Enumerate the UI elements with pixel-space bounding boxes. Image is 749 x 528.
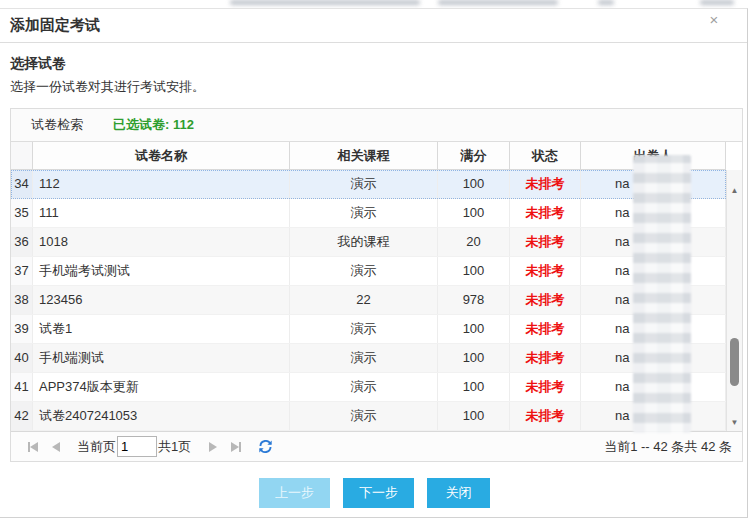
status-cell: 未排考	[510, 199, 581, 227]
background-blur-text	[230, 0, 420, 5]
current-page-label: 当前页	[77, 438, 116, 456]
paper-name-cell: 手机端测试	[33, 344, 290, 372]
refresh-icon[interactable]	[258, 439, 273, 454]
course-cell: 演示	[290, 315, 438, 343]
tab-paper-search[interactable]: 试卷检索	[31, 116, 83, 134]
background-blur-text	[700, 0, 734, 5]
dialog-header: 添加固定考试	[0, 9, 747, 43]
score-cell: 100	[438, 402, 510, 430]
add-fixed-exam-dialog: 添加固定考试 × 选择试卷 选择一份试卷对其进行考试安排。 试卷检索 已选试卷:…	[0, 8, 748, 518]
table-row[interactable]: 34112演示100未排考na	[11, 170, 726, 199]
score-cell: 100	[438, 257, 510, 285]
table-row[interactable]: 39试卷1演示100未排考na	[11, 315, 726, 344]
table-row[interactable]: 40手机端测试演示100未排考na	[11, 344, 726, 373]
total-pages-label: 共1页	[158, 438, 191, 456]
course-cell: 演示	[290, 170, 438, 198]
paper-table: 试卷名称 相关课程 满分 状态 出卷人 34112演示100未排考na35111…	[11, 142, 742, 431]
prev-step-button[interactable]: 上一步	[259, 478, 330, 508]
status-cell: 未排考	[510, 315, 581, 343]
record-range-text: 当前1 -- 42 条共 42 条	[604, 438, 732, 456]
row-number-cell: 35	[11, 199, 33, 227]
scroll-down-icon[interactable]: ▼	[727, 418, 742, 427]
score-cell: 100	[438, 344, 510, 372]
score-cell: 100	[438, 373, 510, 401]
scroll-up-icon[interactable]: ▲	[727, 186, 742, 195]
prev-page-icon[interactable]	[52, 442, 60, 452]
header-paper-name: 试卷名称	[33, 142, 290, 169]
paper-select-panel: 试卷检索 已选试卷: 112 试卷名称 相关课程 满分 状态 出卷人 34112…	[10, 108, 743, 462]
course-cell: 我的课程	[290, 228, 438, 256]
row-number-cell: 42	[11, 402, 33, 430]
table-row[interactable]: 361018我的课程20未排考na	[11, 228, 726, 257]
background-page-remnant	[0, 0, 749, 8]
dialog-body: 选择试卷 选择一份试卷对其进行考试安排。 试卷检索 已选试卷: 112 试卷名称…	[0, 43, 747, 508]
header-row-number	[11, 142, 33, 169]
page-number-input[interactable]	[117, 436, 157, 457]
course-cell: 演示	[290, 344, 438, 372]
score-cell: 978	[438, 286, 510, 314]
score-cell: 20	[438, 228, 510, 256]
background-blur-text	[598, 0, 614, 5]
table-row[interactable]: 37手机端考试测试演示100未排考na	[11, 257, 726, 286]
close-icon[interactable]: ×	[705, 11, 723, 29]
background-blur-text	[438, 0, 558, 5]
dialog-footer: 上一步 下一步 关闭	[10, 478, 739, 508]
last-page-icon[interactable]	[231, 442, 241, 452]
status-cell: 未排考	[510, 373, 581, 401]
paper-name-cell: 手机端考试测试	[33, 257, 290, 285]
step-subtitle: 选择一份试卷对其进行考试安排。	[10, 78, 739, 96]
row-number-cell: 40	[11, 344, 33, 372]
table-row[interactable]: 42试卷2407241053演示100未排考na	[11, 402, 726, 431]
paper-name-cell: 111	[33, 199, 290, 227]
paper-name-cell: APP374版本更新	[33, 373, 290, 401]
course-cell: 22	[290, 286, 438, 314]
status-cell: 未排考	[510, 170, 581, 198]
next-page-icon[interactable]	[209, 442, 217, 452]
first-page-icon[interactable]	[28, 442, 38, 452]
next-step-button[interactable]: 下一步	[343, 478, 414, 508]
course-cell: 演示	[290, 402, 438, 430]
row-number-cell: 36	[11, 228, 33, 256]
paper-name-cell: 试卷2407241053	[33, 402, 290, 430]
table-row[interactable]: 3812345622978未排考na	[11, 286, 726, 315]
course-cell: 演示	[290, 199, 438, 227]
score-cell: 100	[438, 315, 510, 343]
paper-table-body: 34112演示100未排考na35111演示100未排考na361018我的课程…	[11, 170, 726, 431]
selected-paper-count: 已选试卷: 112	[113, 116, 194, 134]
paper-name-cell: 1018	[33, 228, 290, 256]
close-button[interactable]: 关闭	[427, 478, 490, 508]
status-cell: 未排考	[510, 257, 581, 285]
header-status: 状态	[510, 142, 581, 169]
panel-tabbar: 试卷检索 已选试卷: 112	[11, 109, 742, 142]
paper-name-cell: 123456	[33, 286, 290, 314]
row-number-cell: 34	[11, 170, 33, 198]
score-cell: 100	[438, 199, 510, 227]
censored-creator-blur	[633, 155, 691, 433]
header-score: 满分	[438, 142, 510, 169]
paper-name-cell: 112	[33, 170, 290, 198]
scrollbar-thumb[interactable]	[730, 338, 739, 386]
row-number-cell: 39	[11, 315, 33, 343]
row-number-cell: 41	[11, 373, 33, 401]
step-title: 选择试卷	[10, 55, 739, 73]
status-cell: 未排考	[510, 344, 581, 372]
pagination-bar: 当前页 共1页 当前1 -- 42 条共 42 条	[11, 431, 742, 461]
dialog-title: 添加固定考试	[10, 16, 100, 35]
table-row[interactable]: 35111演示100未排考na	[11, 199, 726, 228]
paper-name-cell: 试卷1	[33, 315, 290, 343]
table-header-row: 试卷名称 相关课程 满分 状态 出卷人	[11, 142, 726, 170]
course-cell: 演示	[290, 373, 438, 401]
status-cell: 未排考	[510, 402, 581, 430]
score-cell: 100	[438, 170, 510, 198]
header-course: 相关课程	[290, 142, 438, 169]
row-number-cell: 37	[11, 257, 33, 285]
table-scrollbar[interactable]: ▲ ▼	[726, 170, 742, 431]
status-cell: 未排考	[510, 228, 581, 256]
course-cell: 演示	[290, 257, 438, 285]
table-row[interactable]: 41APP374版本更新演示100未排考na	[11, 373, 726, 402]
row-number-cell: 38	[11, 286, 33, 314]
status-cell: 未排考	[510, 286, 581, 314]
